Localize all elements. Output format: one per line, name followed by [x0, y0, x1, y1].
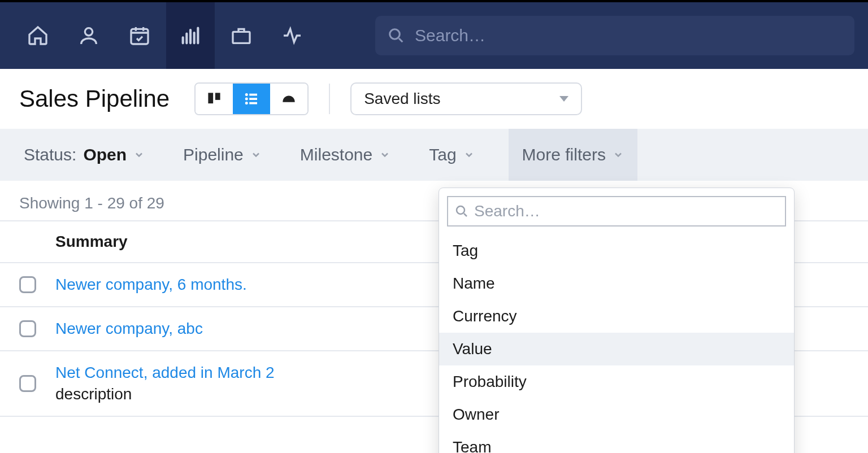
filter-milestone[interactable]: Milestone	[296, 129, 395, 181]
svg-point-8	[246, 102, 248, 104]
svg-rect-1	[131, 29, 148, 44]
page-header: Sales Pipeline Saved lists	[0, 69, 868, 129]
chevron-down-icon	[250, 145, 262, 164]
nav-activity[interactable]	[268, 2, 316, 69]
svg-point-0	[85, 28, 92, 36]
filter-option-team[interactable]: Team	[439, 431, 794, 453]
page-title: Sales Pipeline	[19, 85, 170, 112]
filter-more[interactable]: More filters	[509, 129, 637, 181]
filter-bar: Status: Open Pipeline Milestone Tag More…	[0, 129, 868, 181]
bars-icon	[179, 24, 202, 47]
row-checkbox[interactable]	[19, 375, 36, 392]
top-nav	[0, 0, 868, 69]
filter-option-name[interactable]: Name	[439, 267, 794, 300]
svg-rect-4	[209, 93, 213, 103]
svg-point-7	[246, 98, 248, 100]
nav-cases[interactable]	[217, 2, 266, 69]
activity-icon	[281, 24, 303, 47]
chevron-down-icon	[379, 145, 390, 164]
svg-point-9	[457, 206, 465, 214]
filter-status[interactable]: Status: Open	[19, 129, 149, 181]
filter-pipeline-label: Pipeline	[183, 145, 244, 164]
popover-search[interactable]	[447, 196, 786, 226]
nav-person[interactable]	[64, 2, 113, 69]
more-filters-popover: Tag Name Currency Value Probability Owne…	[439, 188, 795, 453]
search-icon	[388, 27, 405, 44]
filter-option-owner[interactable]: Owner	[439, 398, 794, 431]
filter-option-tag[interactable]: Tag	[439, 234, 794, 267]
chevron-down-icon	[133, 145, 145, 164]
svg-rect-5	[216, 93, 220, 99]
filter-milestone-label: Milestone	[300, 145, 372, 164]
filter-status-value: Open	[83, 145, 127, 164]
board-icon	[206, 90, 223, 107]
caret-down-icon	[559, 96, 568, 102]
view-board-button[interactable]	[196, 84, 233, 114]
filter-option-value[interactable]: Value	[439, 333, 794, 365]
gauge-icon	[280, 90, 297, 107]
calendar-check-icon	[128, 24, 151, 47]
filter-status-label: Status:	[24, 145, 76, 164]
global-search[interactable]	[375, 16, 854, 55]
divider	[329, 84, 330, 114]
home-icon	[27, 24, 49, 47]
chevron-down-icon	[463, 145, 475, 164]
view-list-button[interactable]	[233, 84, 270, 114]
search-icon	[455, 204, 468, 218]
briefcase-icon	[230, 24, 253, 47]
view-toggle	[194, 82, 309, 115]
row-checkbox[interactable]	[19, 276, 36, 293]
saved-lists-label: Saved lists	[364, 90, 440, 108]
chevron-down-icon	[613, 145, 624, 164]
list-icon	[243, 90, 260, 107]
popover-search-input[interactable]	[474, 202, 778, 220]
filter-tag-label: Tag	[429, 145, 456, 164]
filter-tag[interactable]: Tag	[424, 129, 479, 181]
filter-option-currency[interactable]: Currency	[439, 300, 794, 333]
svg-rect-2	[233, 32, 250, 43]
svg-point-3	[390, 29, 400, 40]
row-checkbox[interactable]	[19, 320, 36, 337]
nav-reports[interactable]	[166, 2, 215, 69]
nav-home[interactable]	[14, 2, 62, 69]
saved-lists-dropdown[interactable]: Saved lists	[350, 82, 582, 115]
person-icon	[77, 24, 100, 47]
filter-pipeline[interactable]: Pipeline	[179, 129, 266, 181]
view-dashboard-button[interactable]	[270, 84, 307, 114]
filter-option-probability[interactable]: Probability	[439, 365, 794, 398]
nav-calendar[interactable]	[115, 2, 164, 69]
svg-point-6	[246, 94, 248, 96]
global-search-input[interactable]	[415, 26, 842, 45]
filter-more-label: More filters	[522, 145, 606, 164]
